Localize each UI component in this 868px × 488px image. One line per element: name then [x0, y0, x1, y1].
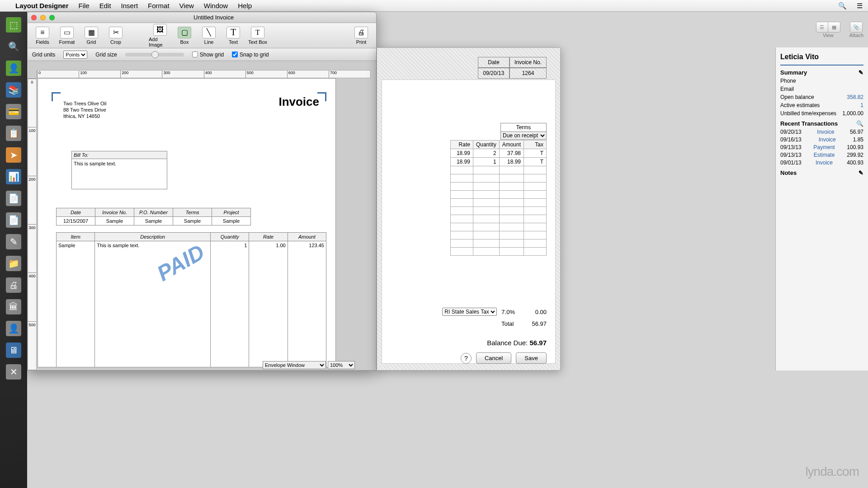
dock-icon[interactable]: 👤 — [6, 321, 21, 336]
invoice-entry-panel: Date 09/20/13 Invoice No. 1264 Terms Due… — [377, 47, 561, 371]
dock-icon[interactable]: 🖥 — [6, 343, 21, 358]
date-field[interactable]: 09/20/13 — [478, 68, 509, 79]
layout-designer-window: Untitled Invoice ≡Fields ▭Format ▦Grid ✂… — [27, 12, 377, 371]
snap-grid-checkbox[interactable]: Snap to grid — [232, 52, 269, 58]
terms-box: Terms Due on receipt — [500, 123, 547, 140]
tax-amount: 0.00 — [519, 309, 547, 315]
menubar: Layout Designer File Edit Insert Format … — [0, 0, 868, 12]
dock-icon[interactable]: ➤ — [6, 147, 21, 163]
menu-format[interactable]: Format — [148, 2, 170, 9]
text-box-tool[interactable]: TText Box — [246, 27, 269, 45]
grid-units-label: Grid units — [32, 52, 55, 58]
line-items-table[interactable]: Rate Quantity Amount Tax 18.99237.98T 18… — [450, 140, 547, 256]
menu-help[interactable]: Help — [238, 2, 252, 9]
line-tool[interactable]: ╲Line — [198, 27, 220, 45]
dock-icon[interactable]: ⬚ — [6, 17, 21, 33]
invoice-no-field[interactable]: 1264 — [509, 68, 547, 79]
bill-to-box[interactable]: Bill To: This is sample text. — [71, 151, 167, 189]
transaction-row[interactable]: 09/13/13Estimate299.92 — [780, 152, 863, 158]
attach-button[interactable]: 📎 — [850, 22, 863, 33]
transaction-row[interactable]: 09/20/13Invoice56.97 — [780, 129, 863, 135]
dock-icon[interactable]: 👤 — [6, 61, 21, 76]
view-toggle[interactable]: ☰▦ — [816, 22, 840, 33]
tax-row: RI State Sales Tax 7.0% 0.00 — [386, 308, 547, 316]
menu-file[interactable]: File — [79, 2, 90, 9]
app-menu[interactable]: Layout Designer — [15, 2, 69, 9]
dock-icon[interactable]: 🏛 — [6, 299, 21, 314]
cancel-button[interactable]: Cancel — [476, 352, 511, 364]
add-image-tool[interactable]: 🖼Add Image — [149, 24, 171, 47]
invoice-page[interactable]: Two Trees Olive Oil 88 Two Trees Drive I… — [38, 78, 336, 367]
dock-icon[interactable]: 📋 — [6, 126, 21, 141]
dock-icon[interactable]: 📄 — [6, 191, 21, 206]
info-table: Date Invoice No. P.O. Number Terms Proje… — [56, 208, 251, 225]
print-tool[interactable]: 🖨Print — [350, 27, 373, 45]
dock-icon[interactable]: 🖨 — [6, 277, 21, 293]
top-right-tools: ☰▦ View 📎 Attach — [816, 22, 863, 38]
grid-size-label: Grid size — [95, 52, 117, 58]
total-row: Total 56.97 — [501, 320, 547, 327]
phone-label: Phone — [780, 78, 796, 84]
active-estimates-label: Active estimates — [780, 102, 820, 108]
view-label: View — [823, 33, 834, 38]
search-icon[interactable]: 🔍 — [856, 120, 863, 127]
box-tool[interactable]: ▢Box — [173, 27, 196, 45]
crop-tool[interactable]: ✂Crop — [104, 27, 127, 45]
tax-item-select[interactable]: RI State Sales Tax — [442, 308, 497, 316]
save-button[interactable]: Save — [516, 352, 547, 364]
envelope-select[interactable]: Envelope Window — [263, 361, 326, 369]
dock-icon[interactable]: 💳 — [6, 104, 21, 119]
date-invno-header: Date 09/20/13 Invoice No. 1264 — [478, 57, 547, 79]
close-button[interactable] — [31, 15, 37, 20]
email-label: Email — [780, 86, 794, 92]
dock-icon[interactable]: 📚 — [6, 82, 21, 98]
notes-header: Notes ✎ — [780, 169, 863, 176]
grid-tool[interactable]: ▦Grid — [80, 27, 103, 45]
help-button[interactable]: ? — [461, 353, 472, 364]
open-balance-value[interactable]: 358.82 — [847, 94, 863, 100]
terms-select[interactable]: Due on receipt — [501, 132, 546, 139]
customer-sidebar: Leticia Vito Summary ✎ Phone Email Open … — [775, 47, 868, 371]
text-tool[interactable]: TText — [222, 27, 245, 45]
zoom-select[interactable]: 100% — [328, 361, 355, 369]
menu-edit[interactable]: Edit — [99, 2, 111, 9]
transaction-row[interactable]: 09/01/13Invoice400.93 — [780, 160, 863, 166]
menu-list-icon[interactable]: ☰ — [857, 2, 863, 10]
show-grid-checkbox[interactable]: Show grid — [192, 52, 224, 58]
dock-icon[interactable]: 📊 — [6, 169, 21, 184]
dock-icon[interactable]: 📄 — [6, 212, 21, 228]
grid-size-slider[interactable] — [125, 53, 184, 56]
canvas-bottom-bar: Envelope Window 100% — [263, 361, 371, 370]
active-estimates-value[interactable]: 1 — [860, 102, 863, 108]
fields-tool[interactable]: ≡Fields — [31, 27, 54, 45]
grid-units-select[interactable]: Points — [63, 51, 87, 59]
customer-name: Leticia Vito — [780, 53, 863, 61]
transaction-row[interactable]: 09/13/13Payment100.93 — [780, 144, 863, 150]
menu-view[interactable]: View — [179, 2, 194, 9]
format-tool[interactable]: ▭Format — [56, 27, 78, 45]
tax-pct: 7.0% — [501, 309, 515, 315]
dock-search-icon[interactable]: 🔍 — [6, 39, 21, 54]
edit-icon[interactable]: ✎ — [859, 69, 863, 76]
invoice-title: Invoice — [278, 95, 319, 109]
watermark-text: lynda.com — [805, 465, 859, 479]
zoom-button[interactable] — [49, 15, 55, 20]
menu-window[interactable]: Window — [204, 2, 228, 9]
transaction-row[interactable]: 09/16/13Invoice1.85 — [780, 136, 863, 143]
menu-insert[interactable]: Insert — [121, 2, 138, 9]
dock-icon[interactable]: ✎ — [6, 234, 21, 249]
unbilled-label: Unbilled time/expenses — [780, 110, 836, 117]
dock-icon[interactable]: ✕ — [6, 364, 21, 380]
company-address: Two Trees Olive Oil 88 Two Trees Drive I… — [63, 100, 106, 119]
recent-transactions-header: Recent Transactions 🔍 — [780, 120, 863, 127]
horizontal-ruler: 0100200300400500600700 — [37, 70, 371, 78]
button-row: ? Cancel Save — [461, 352, 547, 364]
minimize-button[interactable] — [40, 15, 46, 20]
dock-icon[interactable]: 📁 — [6, 256, 21, 271]
left-dock: ⬚ 🔍 👤 📚 💳 📋 ➤ 📊 📄 📄 ✎ 📁 🖨 🏛 👤 🖥 ✕ — [0, 12, 27, 488]
unbilled-value: 1,000.00 — [842, 110, 863, 117]
search-icon[interactable]: 🔍 — [838, 2, 847, 10]
edit-icon[interactable]: ✎ — [859, 169, 863, 176]
balance-due: Balance Due: 56.97 — [487, 339, 547, 347]
toolbar: ≡Fields ▭Format ▦Grid ✂Crop 🖼Add Image ▢… — [28, 23, 376, 48]
